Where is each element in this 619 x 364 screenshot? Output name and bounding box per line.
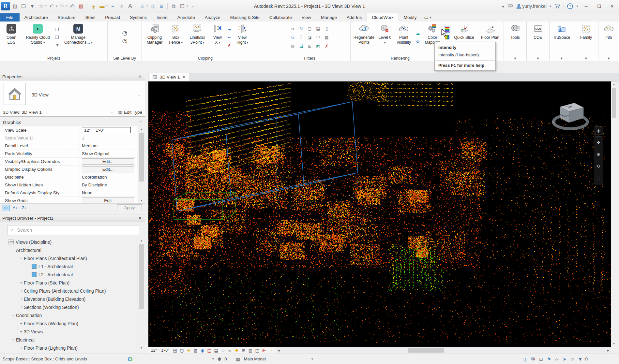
panel-flyout-coe[interactable]: ▾: [527, 56, 549, 61]
collapse-search-icon[interactable]: ◂: [502, 4, 504, 8]
info-button[interactable]: Info: [600, 22, 618, 40]
collapse-controls-icon[interactable]: ‹: [269, 348, 275, 353]
type-selector-value[interactable]: 3D View: 3D View 1: [3, 110, 42, 115]
expand-icon[interactable]: +: [19, 280, 24, 285]
manage-connections-button[interactable]: M Manage Connections... ▾: [61, 22, 95, 45]
panel-flyout-family[interactable]: ▾: [574, 56, 598, 61]
viewport-horizontal-scrollbar[interactable]: ◀ ▶: [276, 347, 611, 354]
browser-scrollbar[interactable]: ▲ ▼: [138, 238, 145, 351]
set-level-target-icon[interactable]: [121, 30, 128, 36]
tile-dropdown-icon[interactable]: ▾: [187, 5, 188, 7]
clipping-manager-button[interactable]: Clipping Manager: [143, 22, 166, 45]
collapse-icon[interactable]: −: [3, 240, 8, 244]
default-3d-view-icon[interactable]: ⌂: [138, 2, 146, 10]
property-row[interactable]: Show Hidden LinesBy Discipline: [0, 181, 138, 189]
viewport-vertical-scrollbar[interactable]: ▲ ▼: [611, 81, 617, 347]
crop-view-icon[interactable]: ◱: [206, 347, 213, 354]
tile-windows-icon[interactable]: ❒: [178, 2, 186, 10]
scan-box-icon[interactable]: ⬙: [415, 38, 421, 44]
panel-flyout-truspace[interactable]: ▾: [550, 56, 574, 61]
tab-add-ins[interactable]: Add-Ins: [342, 13, 367, 22]
wall-fitter-icon[interactable]: ▢: [307, 25, 313, 32]
view-scale-input[interactable]: 12" = 1'-0": [82, 127, 131, 133]
sphere-fitter-icon[interactable]: ◍: [290, 43, 296, 49]
tab-precast[interactable]: Precast: [100, 13, 125, 22]
tools-button[interactable]: Tools: [506, 22, 525, 40]
set-level-points-icon[interactable]: [121, 38, 128, 44]
worksharing-status-icon[interactable]: [126, 356, 134, 363]
ribbon-display-toggle[interactable]: ▭▾: [424, 15, 431, 22]
rendering-dialog-icon[interactable]: ◉: [199, 347, 206, 354]
tree-item-sections[interactable]: +Sections (Working Section): [0, 303, 138, 311]
print-icon[interactable]: ⎙: [68, 2, 76, 10]
property-row[interactable]: Default Analysis Display Sty...None: [0, 189, 138, 197]
tab-analyze[interactable]: Analyze: [200, 13, 225, 22]
point-cloud-viewport[interactable]: [148, 81, 611, 347]
edit-type-button[interactable]: ▦ Edit Type: [118, 109, 142, 115]
design-option-dropdown-arrow[interactable]: ▾: [266, 356, 315, 363]
save-icon[interactable]: ▼: [28, 2, 36, 10]
shadows-icon[interactable]: ▨: [192, 347, 199, 354]
exclude-options-icon[interactable]: ◫: [521, 356, 529, 363]
edit-overrides-button[interactable]: Edit...: [82, 158, 134, 165]
navigation-bar[interactable]: ✥ ⊕ ↻ ▢: [594, 136, 603, 184]
detail-level-icon[interactable]: ▤: [172, 347, 178, 354]
tab-cloudworx[interactable]: CloudWorx: [367, 13, 399, 22]
editing-requests-icon[interactable]: ⚉: [216, 356, 223, 363]
property-row[interactable]: Graphic Display OptionsEdit...: [0, 166, 138, 173]
section-icon[interactable]: ⌁: [109, 2, 116, 10]
property-row[interactable]: Visibility/Graphics OverridesEdit...: [0, 158, 138, 166]
expand-icon[interactable]: +: [19, 329, 24, 334]
property-row[interactable]: Detail LevelMedium: [0, 142, 138, 150]
background-processes-icon[interactable]: ⟳: [568, 356, 576, 363]
chevron-down-icon[interactable]: ⌄: [111, 110, 113, 114]
property-row[interactable]: Parts VisibilityShow Original: [0, 150, 138, 158]
tree-item-ceilingplans[interactable]: +Ceiling Plans (Architectural Ceiling Pl…: [0, 287, 138, 295]
tab-massing-site[interactable]: Massing & Site: [225, 13, 264, 22]
open-connection-icon[interactable]: ❏➚: [54, 34, 61, 40]
aligned-dimension-icon[interactable]: ┳: [89, 2, 97, 10]
property-row[interactable]: DisciplineCoordination: [0, 173, 138, 181]
ramp-fitter-icon[interactable]: ◩: [315, 43, 322, 49]
disconnect-fitter-icon[interactable]: ✗: [324, 43, 330, 49]
main-model-dropdown[interactable]: Main Model: [244, 357, 266, 361]
user-dropdown-icon[interactable]: ▾: [550, 5, 551, 8]
show-crop-region-icon[interactable]: ⬓: [213, 347, 219, 354]
navigation-wheel-icon[interactable]: ◎: [594, 126, 603, 135]
rewind-icon[interactable]: ▢: [596, 176, 600, 181]
edit-grids-button[interactable]: Edit: [82, 197, 134, 203]
reality-cloud-studio-button[interactable]: ᚛ Reality Cloud Studio ▾: [22, 22, 53, 45]
sync-icon[interactable]: ⟲: [37, 2, 45, 10]
customize-qat-icon[interactable]: ⌄: [189, 2, 197, 10]
reveal-constraints-icon[interactable]: ⊩: [261, 347, 267, 354]
tree-item-electrical[interactable]: −Electrical: [0, 336, 138, 344]
collapse-icon[interactable]: −: [19, 256, 24, 261]
tree-item-architectural[interactable]: −Architectural: [0, 246, 138, 254]
property-row[interactable]: Show GridsEdit: [0, 197, 138, 203]
view-right-button[interactable]: View Right ▾: [233, 22, 251, 45]
select-underlay-icon[interactable]: ⊡: [537, 356, 545, 363]
panel-label-clipping[interactable]: Clipping: [142, 56, 269, 61]
dropdown-arrow-icon[interactable]: ▾: [43, 41, 45, 44]
tree-item-elevations[interactable]: +Elevations (Building Elevation): [0, 295, 138, 303]
duct-fitter-icon[interactable]: N: [298, 25, 305, 32]
close-button[interactable]: ✕: [607, 2, 617, 10]
cloud-rain-icon[interactable]: ☁: [415, 30, 421, 36]
reveal-hidden-elements-icon[interactable]: ✹: [233, 347, 240, 354]
dropdown-arrow-icon[interactable]: ▾: [181, 41, 183, 44]
door-fitter-icon[interactable]: ◪: [307, 34, 313, 40]
measure-icon[interactable]: ▬: [98, 2, 106, 10]
properties-scrollbar[interactable]: ▲ ▼: [138, 126, 145, 203]
tab-view[interactable]: View: [297, 13, 316, 22]
box-fitter-icon[interactable]: ⬓: [315, 25, 322, 32]
box-fence-button[interactable]: Box Fence ▾: [167, 22, 185, 45]
clip-delete-icon[interactable]: ✗: [226, 42, 233, 48]
tab-file[interactable]: File: [0, 13, 20, 22]
tab-architecture[interactable]: Architecture: [20, 13, 53, 22]
dropdown-arrow-icon[interactable]: ▾: [203, 41, 204, 44]
tab-systems[interactable]: Systems: [125, 13, 152, 22]
point-visibility-button[interactable]: Point Visibility: [394, 22, 414, 45]
tree-item-floorplans-working[interactable]: +Floor Plans (Working Plan): [0, 319, 138, 328]
browser-search-input[interactable]: ⌕ Search: [8, 225, 139, 235]
tree-item-3dviews[interactable]: +3D Views: [0, 328, 138, 336]
